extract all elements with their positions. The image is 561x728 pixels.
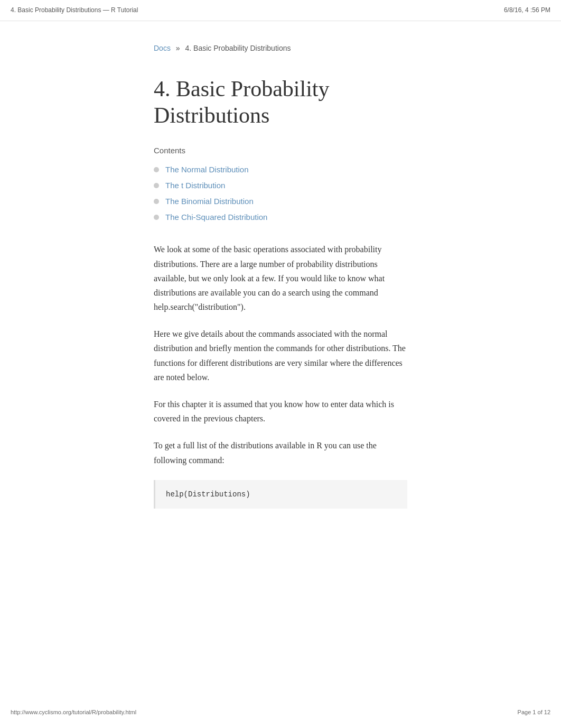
code-block: help(Distributions)	[154, 480, 407, 509]
code-content: help(Distributions)	[166, 490, 250, 499]
toc-link-t[interactable]: The t Distribution	[165, 179, 225, 192]
body-paragraph-3: For this chapter it is assumed that you …	[154, 397, 407, 426]
page-footer: http://www.cyclismo.org/tutorial/R/proba…	[11, 708, 550, 717]
footer-page-info: Page 1 of 12	[518, 708, 550, 717]
toc-bullet-chi	[154, 215, 159, 220]
toc-bullet-binomial	[154, 199, 159, 204]
page-title: 4. Basic Probability Distributions	[154, 76, 407, 129]
page-header: 4. Basic Probability Distributions — R T…	[0, 0, 561, 21]
breadcrumb-separator: »	[176, 44, 180, 52]
body-paragraph-4: To get a full list of the distributions …	[154, 438, 407, 467]
page-title-line1: 4. Basic Probability	[154, 77, 329, 101]
body-paragraph-2: Here we give details about the commands …	[154, 327, 407, 384]
contents-label: Contents	[154, 144, 407, 157]
toc-bullet-normal	[154, 167, 159, 172]
body-paragraph-1: We look at some of the basic operations …	[154, 242, 407, 314]
toc-item-chi: The Chi-Squared Distribution	[154, 211, 407, 224]
breadcrumb: Docs » 4. Basic Probability Distribution…	[154, 42, 407, 54]
toc-link-binomial[interactable]: The Binomial Distribution	[165, 195, 254, 208]
breadcrumb-docs-link[interactable]: Docs	[154, 44, 171, 52]
main-content: Docs » 4. Basic Probability Distribution…	[143, 21, 418, 540]
breadcrumb-current: 4. Basic Probability Distributions	[185, 44, 291, 52]
table-of-contents: The Normal Distribution The t Distributi…	[154, 163, 407, 224]
toc-link-chi[interactable]: The Chi-Squared Distribution	[165, 211, 267, 224]
footer-url: http://www.cyclismo.org/tutorial/R/proba…	[11, 708, 136, 717]
toc-bullet-t	[154, 183, 159, 188]
browser-tab-title: 4. Basic Probability Distributions — R T…	[11, 5, 138, 15]
toc-item-binomial: The Binomial Distribution	[154, 195, 407, 208]
toc-link-normal[interactable]: The Normal Distribution	[165, 163, 249, 176]
toc-item-t: The t Distribution	[154, 179, 407, 192]
page-title-line2: Distributions	[154, 103, 269, 127]
toc-item-normal: The Normal Distribution	[154, 163, 407, 176]
page-timestamp: 6/8/16, 4 :56 PM	[504, 5, 550, 15]
